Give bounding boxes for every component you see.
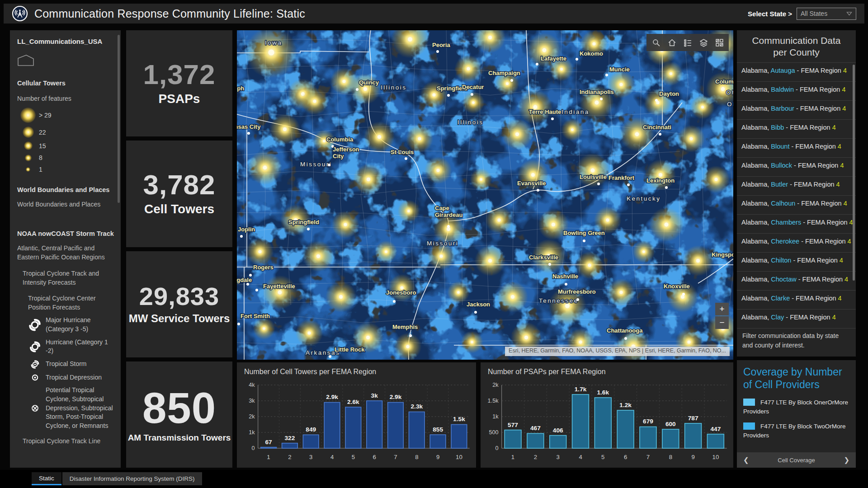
county-name: Blount (771, 143, 789, 150)
county-list-item[interactable]: Alabama, Calhoun - FEMA Region 4 (737, 196, 856, 215)
bar-region-2[interactable] (527, 433, 544, 448)
city-label: Springfield (288, 219, 319, 225)
stat-label: Cell Towers (144, 202, 214, 216)
size-class-label: 15 (39, 142, 46, 150)
county-list-item[interactable]: Alabama, Barbour - FEMA Region 4 (737, 101, 856, 120)
bar-region-5[interactable] (594, 398, 611, 448)
bar-region-10[interactable] (451, 425, 467, 449)
hurricane-icon (29, 341, 41, 353)
pager-next-arrow-icon[interactable]: ❯ (844, 456, 849, 464)
number-of-features-label: Number of features (17, 94, 114, 103)
x-tick-label: 1 (511, 454, 514, 460)
county-state-prefix: Alabama, (741, 295, 771, 302)
city-label: Terre Haute (529, 108, 561, 115)
size-class-row: 22 (17, 125, 114, 140)
map-panel[interactable]: IowaIllinoisIllinoisMissouriMissouriIndi… (237, 30, 733, 360)
stat-card-psaps: 1,372PSAPs (126, 30, 232, 136)
bar-value-label: 849 (306, 426, 316, 433)
bar-region-1[interactable] (505, 430, 521, 448)
zoom-in-button[interactable]: + (715, 303, 729, 315)
state-dropdown[interactable]: All States (797, 8, 856, 20)
city-dot (447, 94, 450, 97)
legend-button[interactable] (680, 35, 695, 50)
city-label: Frankfort (609, 174, 635, 181)
tab-static[interactable]: Static (32, 472, 61, 485)
county-filter-hint: Filter communication data by state and c… (737, 328, 856, 353)
county-name: Clay (771, 314, 784, 321)
bar-region-8[interactable] (662, 429, 679, 448)
county-list-scrollbar[interactable] (853, 65, 855, 281)
coverage-swatch (743, 422, 755, 430)
county-name: Barbour (771, 105, 794, 112)
city-dot (655, 99, 658, 102)
noaa-track-forecast-label: Tropical Cyclone Track and Intensity For… (17, 269, 108, 287)
bar-value-label: 322 (284, 435, 295, 441)
city-label: Cincinnati (643, 124, 671, 131)
bar-region-4[interactable] (572, 394, 589, 448)
county-list-item[interactable]: Alabama, Autauga - FEMA Region 4 (737, 63, 856, 82)
bar-region-6[interactable] (617, 410, 634, 448)
fema-region-text: - FEMA Region (792, 162, 840, 169)
county-list-item[interactable]: Alabama, Chilton - FEMA Region 4 (737, 253, 856, 272)
psaps-chart-title: Number of PSAPs per FEMA Region (481, 362, 733, 377)
stat-value: 29,833 (139, 284, 219, 309)
county-list-item[interactable]: Alabama, Baldwin - FEMA Region 4 (737, 82, 856, 101)
fema-region-number: 4 (844, 200, 847, 207)
county-list-item[interactable]: Alabama, Bibb - FEMA Region 4 (737, 120, 856, 139)
city-label: Bowling Green (563, 230, 605, 236)
state-dropdown-value: All States (801, 10, 827, 17)
coverage-map[interactable]: IowaIllinoisIllinoisMissouriMissouriIndi… (237, 30, 733, 360)
city-label: Evansville (517, 180, 546, 187)
bar-region-10[interactable] (707, 434, 724, 448)
legend-scrollbar[interactable] (118, 35, 120, 203)
city-label: Chattanooga (607, 327, 643, 334)
bar-region-4[interactable] (324, 403, 340, 449)
city-dot (624, 337, 627, 340)
city-dot (436, 50, 439, 53)
county-list-item[interactable]: Alabama, Cherokee - FEMA Region 4 (737, 234, 856, 253)
search-button[interactable] (649, 35, 663, 50)
x-tick-label: 4 (579, 454, 582, 460)
city-dot (474, 311, 477, 314)
bar-region-6[interactable] (367, 401, 382, 448)
bar-region-9[interactable] (430, 435, 446, 448)
tab-disaster-information-reporting[interactable]: Disaster Information Reporting System (D… (62, 472, 202, 485)
pager-previous-arrow-icon[interactable]: ❮ (743, 456, 749, 464)
bar-region-8[interactable] (409, 412, 425, 449)
county-list-item[interactable]: Alabama, Clarke - FEMA Region 4 (737, 291, 856, 310)
bar-region-7[interactable] (388, 403, 404, 449)
x-tick-label: 9 (691, 454, 694, 460)
home-button[interactable] (665, 35, 679, 50)
zoom-out-button[interactable]: − (715, 316, 729, 329)
bar-region-3[interactable] (550, 436, 566, 448)
county-list-item[interactable]: Alabama, Clay - FEMA Region 4 (737, 310, 856, 328)
x-tick-label: 8 (669, 454, 672, 460)
bar-region-3[interactable] (303, 435, 319, 448)
noaa-regions-label: Atlantic, Central Pacific and Eastern Pa… (17, 244, 108, 262)
county-list-item[interactable]: Alabama, Bullock - FEMA Region 4 (737, 158, 856, 177)
layers-button[interactable] (696, 35, 711, 50)
city-dot (565, 283, 567, 286)
basemap-button[interactable] (712, 35, 726, 50)
county-list-item[interactable]: Alabama, Chambers - FEMA Region 4 (737, 215, 856, 234)
county-state-prefix: Alabama, (741, 143, 771, 150)
bar-region-2[interactable] (282, 443, 298, 448)
bar-region-9[interactable] (685, 423, 702, 448)
fema-region-number: 4 (843, 67, 847, 74)
x-tick-label: 2 (534, 454, 537, 460)
storm-class-label: Hurricane (Category 1 -2) (46, 338, 114, 356)
county-name: Autauga (771, 67, 795, 74)
county-list-item[interactable]: Alabama, Choctaw - FEMA Region 4 (737, 272, 856, 291)
legend-panel[interactable]: LL_Communications_USA Cellular Towers Nu… (10, 30, 121, 468)
city-label: Memphis (392, 324, 418, 330)
bar-region-1[interactable] (261, 447, 277, 448)
county-name: Clarke (771, 295, 790, 302)
county-list-item[interactable]: Alabama, Blount - FEMA Region 4 (737, 139, 856, 158)
city-dot (237, 323, 240, 325)
bar-region-5[interactable] (345, 407, 361, 448)
coverage-legend-item: F477 LTE By Block OnerOrMore Providers (743, 398, 849, 417)
county-state-prefix: Alabama, (741, 257, 771, 264)
city-dot (328, 164, 330, 166)
bar-region-7[interactable] (640, 427, 656, 449)
county-list-item[interactable]: Alabama, Butler - FEMA Region 4 (737, 177, 856, 196)
